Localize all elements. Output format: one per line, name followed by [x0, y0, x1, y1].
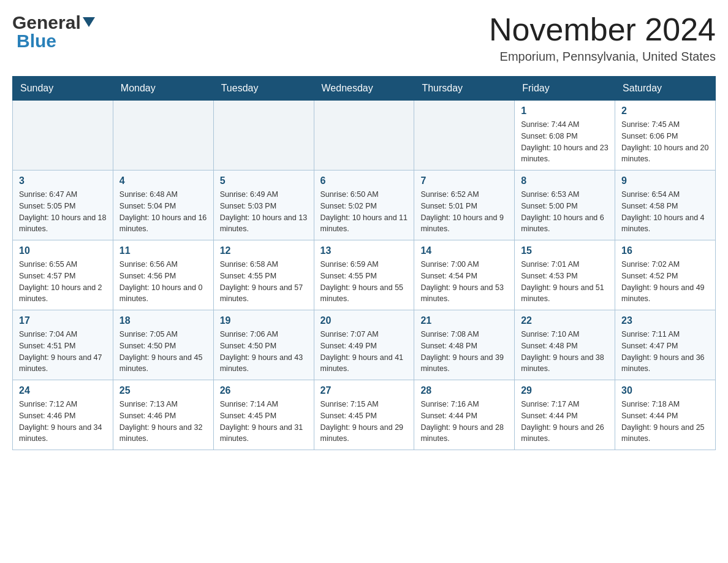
day-number: 28 [420, 385, 508, 396]
calendar-cell: 19Sunrise: 7:06 AMSunset: 4:50 PMDayligh… [213, 310, 314, 380]
calendar-cell: 16Sunrise: 7:02 AMSunset: 4:52 PMDayligh… [615, 240, 716, 310]
day-number: 23 [621, 315, 709, 326]
calendar-cell: 22Sunrise: 7:10 AMSunset: 4:48 PMDayligh… [515, 310, 615, 380]
day-number: 14 [420, 245, 508, 256]
day-info: Sunrise: 6:59 AMSunset: 4:55 PMDaylight:… [320, 259, 408, 305]
logo-triangle-icon [83, 17, 95, 27]
calendar-cell: 7Sunrise: 6:52 AMSunset: 5:01 PMDaylight… [414, 170, 515, 240]
calendar-table: Sunday Monday Tuesday Wednesday Thursday… [12, 76, 716, 450]
day-info: Sunrise: 6:56 AMSunset: 4:56 PMDaylight:… [119, 259, 207, 305]
day-info: Sunrise: 7:16 AMSunset: 4:44 PMDaylight:… [420, 399, 508, 445]
calendar-cell: 3Sunrise: 6:47 AMSunset: 5:05 PMDaylight… [13, 170, 113, 240]
calendar-cell: 11Sunrise: 6:56 AMSunset: 4:56 PMDayligh… [113, 240, 213, 310]
col-sunday: Sunday [13, 77, 113, 101]
calendar-cell: 2Sunrise: 7:45 AMSunset: 6:06 PMDaylight… [615, 101, 716, 170]
day-number: 29 [521, 385, 609, 396]
logo-blue-text: Blue [17, 31, 56, 52]
calendar-cell: 28Sunrise: 7:16 AMSunset: 4:44 PMDayligh… [414, 380, 515, 450]
day-info: Sunrise: 6:49 AMSunset: 5:03 PMDaylight:… [220, 189, 308, 235]
calendar-cell: 8Sunrise: 6:53 AMSunset: 5:00 PMDaylight… [515, 170, 615, 240]
day-number: 7 [420, 175, 508, 186]
day-number: 15 [521, 245, 609, 256]
day-info: Sunrise: 7:15 AMSunset: 4:45 PMDaylight:… [320, 399, 408, 445]
calendar-cell: 10Sunrise: 6:55 AMSunset: 4:57 PMDayligh… [13, 240, 113, 310]
col-saturday: Saturday [615, 77, 716, 101]
calendar-header-row: Sunday Monday Tuesday Wednesday Thursday… [13, 77, 716, 101]
day-number: 24 [19, 385, 107, 396]
day-number: 26 [220, 385, 308, 396]
calendar-cell: 9Sunrise: 6:54 AMSunset: 4:58 PMDaylight… [615, 170, 716, 240]
calendar-cell: 30Sunrise: 7:18 AMSunset: 4:44 PMDayligh… [615, 380, 716, 450]
calendar-week-row: 1Sunrise: 7:44 AMSunset: 6:08 PMDaylight… [13, 101, 716, 170]
calendar-cell: 5Sunrise: 6:49 AMSunset: 5:03 PMDaylight… [213, 170, 314, 240]
calendar-cell: 18Sunrise: 7:05 AMSunset: 4:50 PMDayligh… [113, 310, 213, 380]
day-number: 21 [420, 315, 508, 326]
calendar-cell [414, 101, 515, 170]
day-number: 25 [119, 385, 207, 396]
day-info: Sunrise: 7:13 AMSunset: 4:46 PMDaylight:… [119, 399, 207, 445]
day-info: Sunrise: 7:00 AMSunset: 4:54 PMDaylight:… [420, 259, 508, 305]
day-number: 3 [19, 175, 107, 186]
calendar-cell: 24Sunrise: 7:12 AMSunset: 4:46 PMDayligh… [13, 380, 113, 450]
calendar-cell [314, 101, 414, 170]
day-info: Sunrise: 7:04 AMSunset: 4:51 PMDaylight:… [19, 329, 107, 375]
calendar-week-row: 10Sunrise: 6:55 AMSunset: 4:57 PMDayligh… [13, 240, 716, 310]
logo: General Blue [12, 12, 95, 52]
calendar-cell [113, 101, 213, 170]
calendar-cell: 25Sunrise: 7:13 AMSunset: 4:46 PMDayligh… [113, 380, 213, 450]
day-number: 22 [521, 315, 609, 326]
day-info: Sunrise: 7:08 AMSunset: 4:48 PMDaylight:… [420, 329, 508, 375]
day-info: Sunrise: 6:53 AMSunset: 5:00 PMDaylight:… [521, 189, 609, 235]
day-number: 12 [220, 245, 308, 256]
day-number: 6 [320, 175, 408, 186]
location-subtitle: Emporium, Pennsylvania, United States [489, 50, 716, 64]
day-number: 11 [119, 245, 207, 256]
day-info: Sunrise: 7:11 AMSunset: 4:47 PMDaylight:… [621, 329, 709, 375]
calendar-cell: 15Sunrise: 7:01 AMSunset: 4:53 PMDayligh… [515, 240, 615, 310]
day-info: Sunrise: 7:14 AMSunset: 4:45 PMDaylight:… [220, 399, 308, 445]
day-info: Sunrise: 7:07 AMSunset: 4:49 PMDaylight:… [320, 329, 408, 375]
calendar-cell: 26Sunrise: 7:14 AMSunset: 4:45 PMDayligh… [213, 380, 314, 450]
month-title: November 2024 [489, 12, 716, 47]
day-number: 16 [621, 245, 709, 256]
title-section: November 2024 Emporium, Pennsylvania, Un… [489, 12, 716, 64]
calendar-cell: 23Sunrise: 7:11 AMSunset: 4:47 PMDayligh… [615, 310, 716, 380]
day-number: 19 [220, 315, 308, 326]
day-number: 18 [119, 315, 207, 326]
day-info: Sunrise: 6:55 AMSunset: 4:57 PMDaylight:… [19, 259, 107, 305]
calendar-week-row: 3Sunrise: 6:47 AMSunset: 5:05 PMDaylight… [13, 170, 716, 240]
col-wednesday: Wednesday [314, 77, 414, 101]
day-info: Sunrise: 6:54 AMSunset: 4:58 PMDaylight:… [621, 189, 709, 235]
day-info: Sunrise: 7:02 AMSunset: 4:52 PMDaylight:… [621, 259, 709, 305]
calendar-week-row: 24Sunrise: 7:12 AMSunset: 4:46 PMDayligh… [13, 380, 716, 450]
day-info: Sunrise: 7:06 AMSunset: 4:50 PMDaylight:… [220, 329, 308, 375]
day-info: Sunrise: 7:10 AMSunset: 4:48 PMDaylight:… [521, 329, 609, 375]
calendar-cell [13, 101, 113, 170]
calendar-cell: 27Sunrise: 7:15 AMSunset: 4:45 PMDayligh… [314, 380, 414, 450]
day-info: Sunrise: 7:44 AMSunset: 6:08 PMDaylight:… [521, 119, 609, 165]
day-number: 4 [119, 175, 207, 186]
day-info: Sunrise: 6:52 AMSunset: 5:01 PMDaylight:… [420, 189, 508, 235]
day-info: Sunrise: 7:05 AMSunset: 4:50 PMDaylight:… [119, 329, 207, 375]
col-tuesday: Tuesday [213, 77, 314, 101]
col-thursday: Thursday [414, 77, 515, 101]
calendar-cell: 20Sunrise: 7:07 AMSunset: 4:49 PMDayligh… [314, 310, 414, 380]
day-info: Sunrise: 6:48 AMSunset: 5:04 PMDaylight:… [119, 189, 207, 235]
day-info: Sunrise: 6:47 AMSunset: 5:05 PMDaylight:… [19, 189, 107, 235]
day-number: 1 [521, 105, 609, 117]
day-info: Sunrise: 6:58 AMSunset: 4:55 PMDaylight:… [220, 259, 308, 305]
col-monday: Monday [113, 77, 213, 101]
day-info: Sunrise: 7:45 AMSunset: 6:06 PMDaylight:… [621, 119, 709, 165]
calendar-week-row: 17Sunrise: 7:04 AMSunset: 4:51 PMDayligh… [13, 310, 716, 380]
calendar-cell: 12Sunrise: 6:58 AMSunset: 4:55 PMDayligh… [213, 240, 314, 310]
day-number: 8 [521, 175, 609, 186]
day-number: 17 [19, 315, 107, 326]
day-info: Sunrise: 7:17 AMSunset: 4:44 PMDaylight:… [521, 399, 609, 445]
day-info: Sunrise: 7:12 AMSunset: 4:46 PMDaylight:… [19, 399, 107, 445]
col-friday: Friday [515, 77, 615, 101]
day-number: 5 [220, 175, 308, 186]
calendar-cell: 6Sunrise: 6:50 AMSunset: 5:02 PMDaylight… [314, 170, 414, 240]
calendar-cell: 21Sunrise: 7:08 AMSunset: 4:48 PMDayligh… [414, 310, 515, 380]
calendar-cell: 17Sunrise: 7:04 AMSunset: 4:51 PMDayligh… [13, 310, 113, 380]
day-number: 27 [320, 385, 408, 396]
